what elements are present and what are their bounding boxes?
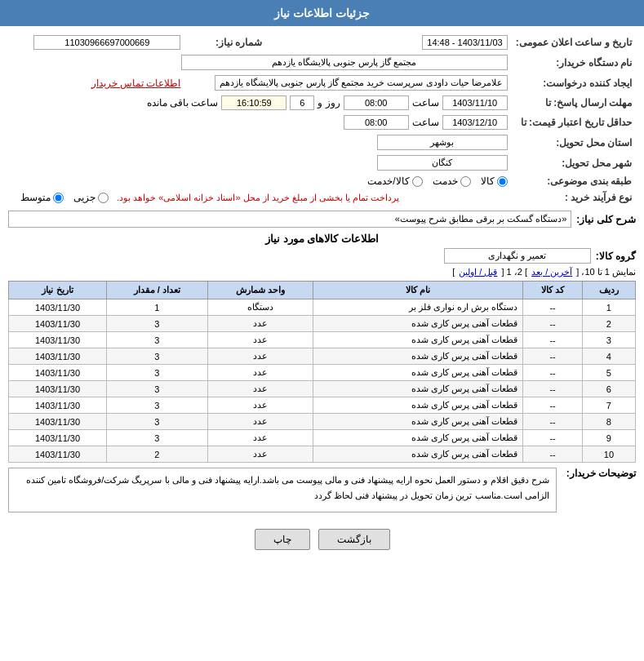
table-row: 3 -- قطعات آهنی پرس کاری شده عدد 3 1403/…	[9, 332, 636, 348]
tabaqe-radio-kala[interactable]	[497, 176, 508, 187]
cell-radif: 4	[582, 348, 635, 365]
col-vahed: واحد شمارش	[207, 282, 313, 299]
cell-tedad: 3	[107, 381, 208, 397]
noe-far-motavaset-label: متوسط	[20, 192, 51, 203]
mohlat-remain-label: ساعت باقی مانده	[147, 97, 219, 109]
btn-back[interactable]: بازگشت	[318, 529, 390, 550]
btn-print[interactable]: چاپ	[255, 529, 310, 550]
cell-nam-kala: قطعات آهنی پرس کاری شده	[313, 365, 523, 381]
ostan-value: بوشهر	[377, 135, 508, 150]
cell-tarikh: 1403/11/30	[9, 446, 107, 463]
table-row: 8 -- قطعات آهنی پرس کاری شده عدد 3 1403/…	[9, 414, 636, 430]
group-kala-value: تعمیر و نگهداری	[444, 248, 591, 264]
tabaqe-kala-label: کالا	[481, 175, 495, 187]
bottom-buttons: بازگشت چاپ	[8, 524, 636, 558]
nam-dastgah-value: مجتمع گاز پارس جنوبی پالایشگاه یازدهم	[181, 55, 508, 70]
sharh-label: شرح کلی نیاز:	[576, 214, 636, 225]
noe-far-motavaset[interactable]: متوسط	[20, 192, 64, 203]
cell-radif: 5	[582, 365, 635, 381]
ijad-konandeh-label: ایجاد کننده درخواست:	[512, 73, 636, 93]
tabaqe-radio-kala-khidmat[interactable]	[412, 176, 423, 187]
cell-radif: 7	[582, 397, 635, 414]
cell-vahed: عدد	[207, 430, 313, 446]
cell-radif: 2	[582, 316, 635, 332]
info-table: تاریخ و ساعت اعلان عمومی: 1403/11/03 - 1…	[8, 33, 636, 206]
cell-tarikh: 1403/11/30	[9, 365, 107, 381]
col-radif: ردیف	[582, 282, 635, 299]
cell-tedad: 3	[107, 397, 208, 414]
cell-nam-kala: دستگاه برش اره نواری فلز بر	[313, 299, 523, 316]
noe-far-note: پرداخت تمام یا بخشی از مبلغ خرید از محل …	[117, 193, 399, 203]
tabaqe-khidmat[interactable]: خدمت	[433, 175, 471, 187]
cell-tarikh: 1403/11/30	[9, 316, 107, 332]
cell-radif: 1	[582, 299, 635, 316]
noe-far-radio-motavaset[interactable]	[53, 193, 64, 203]
table-row: 1 -- دستگاه برش اره نواری فلز بر دستگاه …	[9, 299, 636, 316]
cell-kod-kala: --	[523, 446, 582, 463]
cell-vahed: عدد	[207, 446, 313, 463]
nam-dastgah-label: نام دستگاه خریدار:	[512, 52, 636, 73]
tabaqe-kala-khidmat[interactable]: کالا/خدمت	[367, 175, 422, 187]
cell-tedad: 2	[107, 446, 208, 463]
tabaqe-kala[interactable]: کالا	[481, 175, 508, 187]
cell-nam-kala: قطعات آهنی پرس کاری شده	[313, 316, 523, 332]
col-tarikh: تاریخ نیاز	[9, 282, 107, 299]
cell-tedad: 3	[107, 316, 208, 332]
cell-radif: 3	[582, 332, 635, 348]
cell-kod-kala: --	[523, 381, 582, 397]
mohlat-label: مهلت ارسال پاسخ: تا	[512, 93, 636, 113]
pagination-prefix: نمایش 1 تا 10، [	[574, 267, 636, 277]
cell-vahed: عدد	[207, 365, 313, 381]
shahr-value: کنگان	[377, 155, 508, 171]
pagination-row: نمایش 1 تا 10، [ آخرین / بعد ] 2، 1 [ قب…	[8, 267, 636, 277]
noe-far-jozi[interactable]: جزیی	[73, 192, 109, 203]
table-row: 10 -- قطعات آهنی پرس کاری شده عدد 2 1403…	[9, 446, 636, 463]
cell-tedad: 3	[107, 414, 208, 430]
mohlat-time: 08:00	[344, 95, 409, 110]
tabaqe-kala-khidmat-label: کالا/خدمت	[367, 175, 409, 187]
contact-info-link[interactable]: اطلاعات تماس خریدار	[91, 78, 181, 89]
noe-far-radio-jozi[interactable]	[98, 193, 109, 203]
notes-label: توضیحات خریدار:	[566, 468, 636, 479]
pagination-last[interactable]: آخرین / بعد	[531, 267, 572, 277]
cell-tarikh: 1403/11/30	[9, 299, 107, 316]
cell-tedad: 3	[107, 430, 208, 446]
shomare-value: 11030966697000669	[33, 35, 180, 50]
mohlat-saat-label: ساعت	[412, 97, 439, 109]
hadakhal-saat-label: ساعت	[412, 117, 439, 128]
cell-nam-kala: قطعات آهنی پرس کاری شده	[313, 397, 523, 414]
tabaqe-khidmat-label: خدمت	[433, 175, 458, 187]
cell-tedad: 1	[107, 299, 208, 316]
table-row: 4 -- قطعات آهنی پرس کاری شده عدد 3 1403/…	[9, 348, 636, 365]
pagination-mid: ] 2، 1 [	[499, 267, 527, 277]
cell-kod-kala: --	[523, 316, 582, 332]
page-title: جزئیات اطلاعات نیاز	[274, 7, 370, 20]
cell-radif: 8	[582, 414, 635, 430]
cell-nam-kala: قطعات آهنی پرس کاری شده	[313, 446, 523, 463]
kala-info-title: اطلاعات کالاهای مورد نیاز	[8, 233, 636, 245]
table-row: 2 -- قطعات آهنی پرس کاری شده عدد 3 1403/…	[9, 316, 636, 332]
cell-kod-kala: --	[523, 414, 582, 430]
cell-kod-kala: --	[523, 365, 582, 381]
cell-kod-kala: --	[523, 348, 582, 365]
col-kod-kala: کد کالا	[523, 282, 582, 299]
cell-tarikh: 1403/11/30	[9, 414, 107, 430]
cell-tarikh: 1403/11/30	[9, 332, 107, 348]
table-row: 7 -- قطعات آهنی پرس کاری شده عدد 3 1403/…	[9, 397, 636, 414]
cell-tedad: 3	[107, 365, 208, 381]
cell-kod-kala: --	[523, 397, 582, 414]
pagination-first[interactable]: قبل / اولین	[459, 267, 497, 277]
mohlat-date: 1403/11/10	[442, 95, 508, 110]
cell-kod-kala: --	[523, 299, 582, 316]
noe-far-jozi-label: جزیی	[73, 192, 95, 203]
tabaqe-radio-khidmat[interactable]	[460, 176, 471, 187]
cell-vahed: عدد	[207, 397, 313, 414]
cell-tedad: 3	[107, 348, 208, 365]
cell-radif: 9	[582, 430, 635, 446]
cell-tarikh: 1403/11/30	[9, 397, 107, 414]
cell-radif: 10	[582, 446, 635, 463]
hadakhal-date: 1403/12/10	[442, 115, 508, 130]
cell-vahed: عدد	[207, 348, 313, 365]
cell-nam-kala: قطعات آهنی پرس کاری شده	[313, 348, 523, 365]
cell-kod-kala: --	[523, 332, 582, 348]
